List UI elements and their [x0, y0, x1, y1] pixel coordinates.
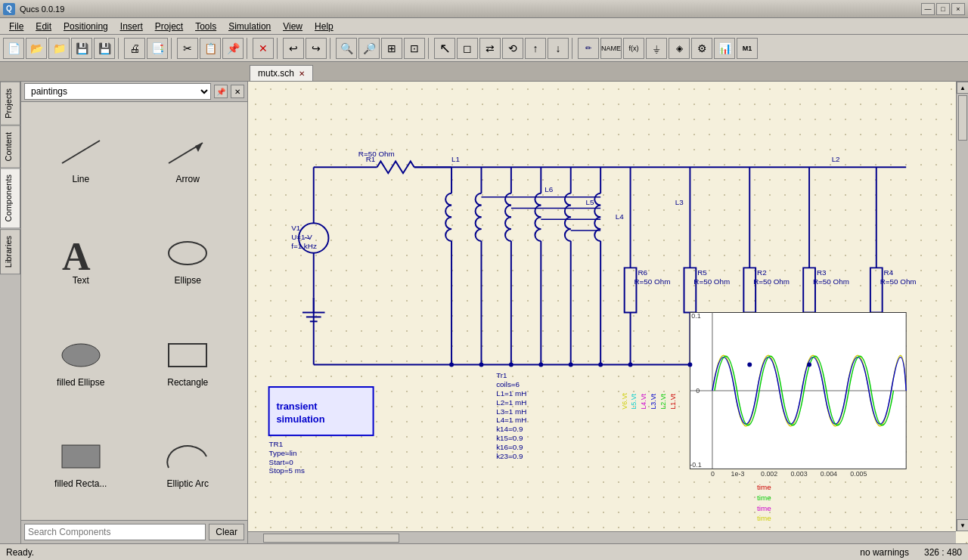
svg-text:f=1 kHz: f=1 kHz	[291, 242, 317, 250]
zoom-out-button[interactable]: 🔎	[358, 38, 380, 59]
menu-edit[interactable]: Edit	[29, 20, 57, 33]
comp-item-line[interactable]: Line	[27, 108, 135, 209]
svg-text:0.004: 0.004	[821, 470, 837, 478]
panel-close-button[interactable]: ✕	[231, 85, 244, 98]
svg-rect-6	[169, 344, 206, 367]
undo-button[interactable]: ↩	[283, 38, 304, 59]
sidebar-tab-projects[interactable]: Projects	[0, 82, 20, 125]
hscroll-thumb[interactable]	[263, 534, 399, 543]
horizontal-scrollbar[interactable]	[248, 531, 956, 543]
toolbar-sep-4	[277, 38, 280, 59]
open-button[interactable]: 📂	[26, 38, 47, 59]
menu-project[interactable]: Project	[149, 20, 189, 33]
activate-button[interactable]: ◻	[457, 38, 478, 59]
toolbar-sep-3	[247, 38, 250, 59]
component-grid: Line Arrow A Text	[21, 102, 247, 520]
svg-text:R=50 Ohm: R=50 Ohm	[358, 150, 395, 158]
menu-help[interactable]: Help	[309, 20, 340, 33]
sidebar-tab-libraries[interactable]: Libraries	[0, 229, 20, 274]
rotate-button[interactable]: ⟲	[502, 38, 523, 59]
delete-button[interactable]: ✕	[253, 38, 274, 59]
cut-button[interactable]: ✂	[177, 38, 198, 59]
tabbar: mutx.sch ✕	[0, 62, 968, 82]
svg-point-111	[538, 363, 543, 367]
comp-item-elliptic-arc[interactable]: Elliptic Arc	[135, 413, 242, 514]
panel-pin-button[interactable]: 📌	[214, 85, 228, 98]
statusbar: Ready. no warnings 326 : 480	[0, 543, 968, 560]
paste-button[interactable]: 📌	[222, 38, 244, 59]
vscroll-up-button[interactable]: ▲	[957, 82, 968, 94]
toolbar: 📄 📂 📁 💾 💾 🖨 📑 ✂ 📋 📌 ✕ ↩ ↪ 🔍 🔎 ⊞ ⊡ ↖ ◻ ⇄ …	[0, 35, 968, 62]
equation-button[interactable]: f(x)	[623, 38, 644, 59]
sidebar-tabs: Projects Content Components Libraries	[0, 82, 21, 543]
probe-button[interactable]: ⚙	[691, 38, 712, 59]
app-icon: Q	[3, 3, 15, 15]
graph-button[interactable]: 📊	[714, 38, 735, 59]
comp-item-filled-rectangle[interactable]: filled Recta...	[27, 413, 135, 514]
zoom-in-button[interactable]: 🔍	[336, 38, 357, 59]
open2-button[interactable]: 📁	[48, 38, 70, 59]
svg-point-112	[569, 363, 573, 367]
svg-point-108	[449, 363, 454, 367]
menu-insert[interactable]: Insert	[114, 20, 149, 33]
svg-text:L2: L2	[832, 155, 840, 163]
wire-button[interactable]: ✏	[578, 38, 599, 59]
comp-item-arrow[interactable]: Arrow	[135, 108, 242, 209]
comp-label-elliptic-arc: Elliptic Arc	[167, 478, 209, 489]
comp-item-text[interactable]: A Text	[27, 209, 135, 311]
redo-button[interactable]: ↪	[306, 38, 327, 59]
pdf-button[interactable]: 📑	[147, 38, 168, 59]
save-button[interactable]: 💾	[71, 38, 92, 59]
menu-positioning[interactable]: Positioning	[57, 20, 114, 33]
svg-point-116	[747, 363, 752, 367]
comp-item-filled-ellipse[interactable]: filled Ellipse	[27, 311, 135, 413]
menu-view[interactable]: View	[277, 20, 309, 33]
move-up-button[interactable]: ↑	[525, 38, 546, 59]
main-layout: Projects Content Components Libraries pa…	[0, 82, 968, 543]
vscroll-thumb[interactable]	[958, 95, 967, 141]
svg-text:TR1: TR1	[269, 440, 284, 448]
print-button[interactable]: 🖨	[124, 38, 145, 59]
vscroll-down-button[interactable]: ▼	[957, 519, 968, 531]
simulate-button[interactable]: M1	[737, 38, 758, 59]
svg-point-114	[628, 363, 633, 367]
svg-point-117	[807, 363, 811, 367]
copy-button[interactable]: 📋	[200, 38, 221, 59]
category-dropdown[interactable]: paintings lumped components sources simu…	[24, 83, 211, 100]
name-button[interactable]: NAME	[600, 38, 622, 59]
zoom-full-button[interactable]: ⊡	[404, 38, 425, 59]
sidebar-tab-components[interactable]: Components	[0, 168, 20, 228]
menu-tools[interactable]: Tools	[189, 20, 222, 33]
maximize-button[interactable]: □	[936, 3, 950, 15]
canvas-area[interactable]: ~ V1 U=1 V f=1 kHz R1 R=50 Ohm L1	[248, 82, 968, 543]
svg-text:0.005: 0.005	[850, 470, 867, 478]
save2-button[interactable]: 💾	[94, 38, 115, 59]
minimize-button[interactable]: —	[921, 3, 935, 15]
zoom-fit-button[interactable]: ⊞	[381, 38, 402, 59]
svg-point-115	[687, 363, 692, 367]
port-button[interactable]: ◈	[669, 38, 690, 59]
menu-simulation[interactable]: Simulation	[222, 20, 277, 33]
sidebar-tab-content[interactable]: Content	[0, 125, 20, 169]
mirror-button[interactable]: ⇄	[479, 38, 501, 59]
arrow-icon	[165, 133, 210, 171]
svg-text:R5: R5	[697, 268, 707, 277]
comp-item-rectangle[interactable]: Rectangle	[135, 311, 242, 413]
menu-file[interactable]: File	[3, 20, 29, 33]
close-button[interactable]: ×	[951, 3, 965, 15]
comp-item-ellipse[interactable]: Ellipse	[135, 209, 242, 311]
svg-text:time: time	[757, 504, 771, 512]
move-down-button[interactable]: ↓	[548, 38, 569, 59]
vertical-scrollbar[interactable]: ▲ ▼	[956, 82, 968, 531]
clear-button[interactable]: Clear	[209, 524, 244, 540]
svg-text:k15=0.9: k15=0.9	[496, 434, 523, 442]
svg-text:0: 0	[696, 387, 700, 394]
ground-button[interactable]: ⏚	[646, 38, 667, 59]
select-button[interactable]: ↖	[434, 38, 455, 59]
ellipse-icon	[165, 234, 210, 272]
tab-mutx[interactable]: mutx.sch ✕	[250, 65, 313, 81]
tab-close-button[interactable]: ✕	[299, 70, 305, 78]
new-button[interactable]: 📄	[3, 38, 24, 59]
search-input[interactable]	[24, 524, 206, 540]
svg-text:L3=1 mH: L3=1 mH	[496, 407, 526, 416]
